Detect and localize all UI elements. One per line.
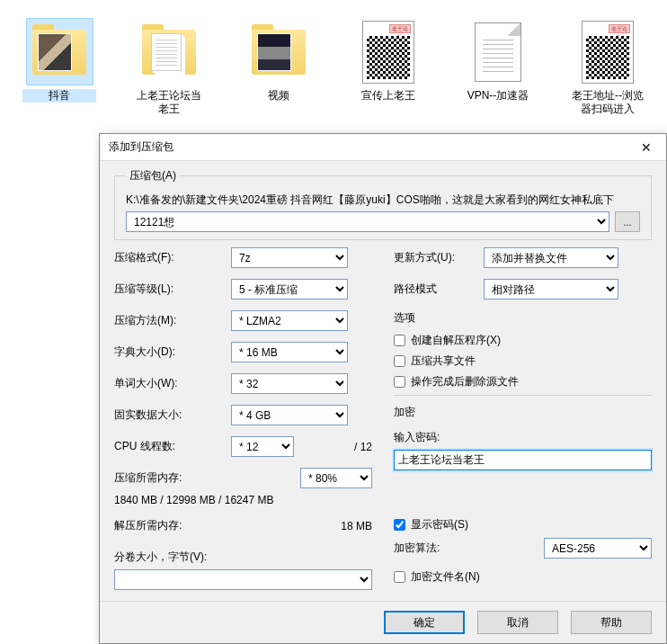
right-column: 更新方式(U):添加并替换文件 路径模式相对路径 选项 创建自解压程序(X) 压… (394, 247, 652, 601)
text-file-icon (465, 18, 532, 85)
help-button[interactable]: 帮助 (571, 611, 652, 634)
options-group-title: 选项 (394, 310, 652, 326)
close-button[interactable]: ✕ (626, 134, 666, 161)
ok-button[interactable]: 确定 (384, 611, 465, 634)
file-label: 抖音 (22, 89, 96, 103)
delete-checkbox[interactable] (394, 376, 405, 388)
add-to-archive-dialog: 添加到压缩包 ✕ 压缩包(A) K:\准备发的\新建文件夹\2024重磅 抖音网… (99, 133, 667, 644)
level-label: 压缩等级(L): (114, 282, 231, 297)
split-select[interactable] (114, 569, 372, 590)
file-item-laowang[interactable]: 上老王论坛当老王 (132, 18, 206, 116)
dialog-footer: 确定 取消 帮助 (100, 601, 666, 643)
file-label: 宣传上老王 (351, 89, 425, 103)
file-label: VPN--加速器 (461, 89, 535, 103)
dialog-title: 添加到压缩包 (109, 139, 626, 155)
separator (394, 395, 652, 396)
password-input[interactable] (394, 450, 652, 470)
algo-label: 加密算法: (394, 541, 484, 556)
dict-label: 字典大小(D): (114, 344, 231, 360)
archive-legend: 压缩包(A) (126, 168, 180, 183)
document-icon: 老王论坛 (574, 18, 642, 85)
desktop-file-grid: 抖音 上老王论坛当老王 视频 老王论坛 宣传上老王 VPN--加速器 老王论坛 … (0, 0, 667, 134)
archive-name-combo[interactable]: 12121想 (126, 211, 609, 232)
method-label: 压缩方法(M): (114, 313, 231, 328)
file-item-douyin[interactable]: 抖音 (22, 18, 96, 116)
cancel-button[interactable]: 取消 (477, 611, 558, 634)
file-item-video[interactable]: 视频 (242, 18, 316, 116)
dict-select[interactable]: * 16 MB (231, 342, 348, 362)
password-label: 输入密码: (394, 430, 511, 445)
update-label: 更新方式(U): (394, 250, 484, 265)
level-select[interactable]: 5 - 标准压缩 (231, 279, 348, 300)
format-label: 压缩格式(F): (114, 250, 231, 265)
archive-path: K:\准备发的\新建文件夹\2024重磅 抖音网红【藤原yuki】COS啪啪，这… (126, 192, 640, 208)
word-select[interactable]: * 32 (231, 373, 348, 394)
folder-icon (245, 18, 313, 85)
encnames-label: 加密文件名(N) (411, 569, 480, 585)
share-checkbox[interactable] (394, 355, 405, 367)
share-label: 压缩共享文件 (411, 353, 476, 369)
sfx-label: 创建自解压程序(X) (411, 333, 501, 348)
mem-decompress-value: 18 MB (341, 520, 372, 532)
encrypt-group-title: 加密 (394, 405, 652, 420)
word-label: 单词大小(W): (114, 376, 231, 391)
encnames-checkbox[interactable] (394, 571, 405, 583)
left-column: 压缩格式(F):7z 压缩等级(L):5 - 标准压缩 压缩方法(M):* LZ… (114, 247, 372, 601)
algo-select[interactable]: AES-256 (544, 538, 652, 559)
pathmode-select[interactable]: 相对路径 (484, 279, 618, 300)
pathmode-label: 路径模式 (394, 282, 484, 297)
delete-label: 操作完成后删除源文件 (411, 374, 519, 389)
archive-fieldset: 压缩包(A) K:\准备发的\新建文件夹\2024重磅 抖音网红【藤原yuki】… (114, 168, 652, 240)
mem-detail: 1840 MB / 12998 MB / 16247 MB (114, 494, 372, 506)
document-icon: 老王论坛 (355, 18, 422, 85)
sfx-checkbox[interactable] (394, 335, 405, 346)
showpwd-label: 显示密码(S) (411, 517, 468, 532)
cpu-label: CPU 线程数: (114, 439, 231, 454)
solid-select[interactable]: * 4 GB (231, 405, 348, 425)
file-label: 上老王论坛当老王 (132, 89, 206, 116)
file-item-promo[interactable]: 老王论坛 宣传上老王 (351, 18, 425, 116)
mem-percent-select[interactable]: * 80% (300, 468, 372, 488)
showpwd-checkbox[interactable] (394, 519, 405, 531)
browse-button[interactable]: ... (615, 211, 640, 232)
file-label: 视频 (242, 89, 316, 103)
update-select[interactable]: 添加并替换文件 (484, 247, 618, 268)
dialog-body: 压缩包(A) K:\准备发的\新建文件夹\2024重磅 抖音网红【藤原yuki】… (100, 161, 666, 601)
cpu-select[interactable]: * 12 (231, 436, 294, 457)
file-item-laowang-qr[interactable]: 老王论坛 老王地址--浏览器扫码进入 (571, 18, 645, 116)
file-label: 老王地址--浏览器扫码进入 (571, 89, 645, 116)
solid-label: 固实数据大小: (114, 407, 231, 423)
method-select[interactable]: * LZMA2 (231, 310, 348, 331)
folder-icon (26, 18, 93, 85)
folder-icon (136, 18, 203, 85)
file-item-vpn[interactable]: VPN--加速器 (461, 18, 535, 116)
cpu-total: / 12 (354, 441, 372, 453)
titlebar[interactable]: 添加到压缩包 ✕ (100, 134, 666, 161)
format-select[interactable]: 7z (231, 247, 348, 268)
mem-decompress-label: 解压所需内存: (114, 518, 231, 533)
mem-compress-label: 压缩所需内存: (114, 470, 231, 486)
split-label: 分卷大小，字节(V): (114, 550, 207, 565)
